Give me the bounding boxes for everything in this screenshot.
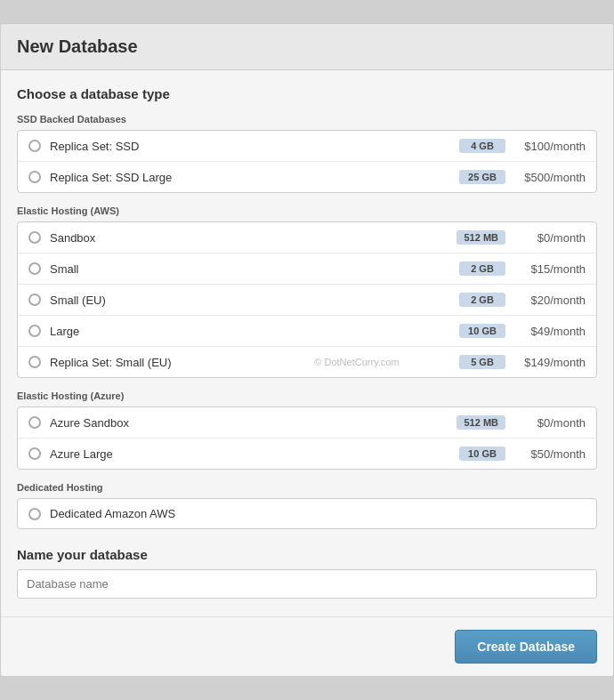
- radio-dedicated-aws[interactable]: [28, 508, 41, 520]
- choose-section-title: Choose a database type: [17, 86, 597, 101]
- option-replica-set-small-eu[interactable]: Replica Set: Small (EU) © DotNetCurry.co…: [18, 347, 596, 377]
- ssd-options-group: Replica Set: SSD 4 GB $100/month Replica…: [17, 130, 597, 193]
- modal-footer: Create Database: [1, 616, 613, 676]
- radio-small[interactable]: [28, 262, 41, 275]
- radio-azure-sandbox[interactable]: [28, 416, 41, 429]
- group-label-ssd: SSD Backed Databases: [17, 114, 597, 125]
- option-small-eu[interactable]: Small (EU) 2 GB $20/month: [18, 285, 596, 316]
- price-small-eu: $20/month: [514, 294, 586, 307]
- price-azure-sandbox: $0/month: [514, 416, 586, 430]
- size-badge-small: 2 GB: [459, 261, 505, 276]
- new-database-modal: New Database Choose a database type SSD …: [0, 23, 614, 677]
- create-database-button[interactable]: Create Database: [455, 630, 597, 664]
- price-large: $49/month: [514, 325, 586, 338]
- price-azure-large: $50/month: [514, 447, 586, 461]
- option-sandbox[interactable]: Sandbox 512 MB $0/month: [18, 222, 596, 253]
- size-badge-replica-set-small-eu: 5 GB: [459, 355, 505, 369]
- option-azure-sandbox[interactable]: Azure Sandbox 512 MB $0/month: [18, 407, 596, 439]
- database-name-input[interactable]: [17, 569, 597, 599]
- option-label-large: Large: [50, 325, 459, 338]
- size-badge-azure-large: 10 GB: [459, 447, 505, 461]
- aws-options-group: Sandbox 512 MB $0/month Small 2 GB $15/m…: [17, 221, 597, 378]
- size-badge-replica-set-ssd: 4 GB: [459, 139, 505, 153]
- radio-replica-set-ssd[interactable]: [28, 140, 41, 152]
- name-section-title: Name your database: [17, 547, 597, 562]
- option-replica-set-ssd-large[interactable]: Replica Set: SSD Large 25 GB $500/month: [18, 162, 596, 192]
- option-small[interactable]: Small 2 GB $15/month: [18, 253, 596, 285]
- price-small: $15/month: [514, 262, 586, 276]
- option-label-replica-set-ssd: Replica Set: SSD: [50, 140, 459, 153]
- group-label-azure: Elastic Hosting (Azure): [17, 390, 597, 401]
- modal-header: New Database: [1, 24, 613, 70]
- radio-replica-set-small-eu[interactable]: [28, 356, 41, 368]
- radio-small-eu[interactable]: [28, 294, 41, 306]
- option-large[interactable]: Large 10 GB $49/month: [18, 316, 596, 347]
- group-label-dedicated: Dedicated Hosting: [17, 482, 597, 493]
- radio-large[interactable]: [28, 325, 41, 337]
- option-replica-set-ssd[interactable]: Replica Set: SSD 4 GB $100/month: [18, 131, 596, 162]
- option-label-dedicated-aws: Dedicated Amazon AWS: [50, 507, 586, 520]
- azure-options-group: Azure Sandbox 512 MB $0/month Azure Larg…: [17, 406, 597, 470]
- dedicated-options-group: Dedicated Amazon AWS: [17, 498, 597, 529]
- option-label-small-eu: Small (EU): [50, 294, 459, 307]
- option-dedicated-aws[interactable]: Dedicated Amazon AWS: [18, 499, 596, 528]
- price-replica-set-ssd: $100/month: [514, 140, 586, 153]
- price-replica-set-ssd-large: $500/month: [514, 171, 586, 184]
- radio-replica-set-ssd-large[interactable]: [28, 171, 41, 183]
- size-badge-replica-set-ssd-large: 25 GB: [459, 170, 505, 184]
- group-label-aws: Elastic Hosting (AWS): [17, 205, 597, 216]
- radio-sandbox[interactable]: [28, 231, 41, 244]
- radio-azure-large[interactable]: [28, 447, 41, 460]
- price-replica-set-small-eu: $149/month: [514, 356, 586, 369]
- option-azure-large[interactable]: Azure Large 10 GB $50/month: [18, 439, 596, 469]
- option-label-replica-set-small-eu: Replica Set: Small (EU): [50, 356, 254, 369]
- size-badge-azure-sandbox: 512 MB: [456, 415, 505, 430]
- size-badge-sandbox: 512 MB: [456, 230, 505, 245]
- modal-title: New Database: [17, 36, 597, 57]
- name-section: Name your database: [17, 547, 597, 599]
- option-label-azure-large: Azure Large: [50, 447, 459, 461]
- option-label-replica-set-ssd-large: Replica Set: SSD Large: [50, 171, 459, 184]
- price-sandbox: $0/month: [514, 231, 586, 245]
- size-badge-large: 10 GB: [459, 324, 505, 338]
- option-label-sandbox: Sandbox: [50, 231, 456, 245]
- option-label-small: Small: [50, 262, 459, 276]
- watermark-text: © DotNetCurry.com: [254, 357, 459, 367]
- option-label-azure-sandbox: Azure Sandbox: [50, 416, 456, 430]
- modal-body: Choose a database type SSD Backed Databa…: [1, 70, 613, 616]
- size-badge-small-eu: 2 GB: [459, 293, 505, 307]
